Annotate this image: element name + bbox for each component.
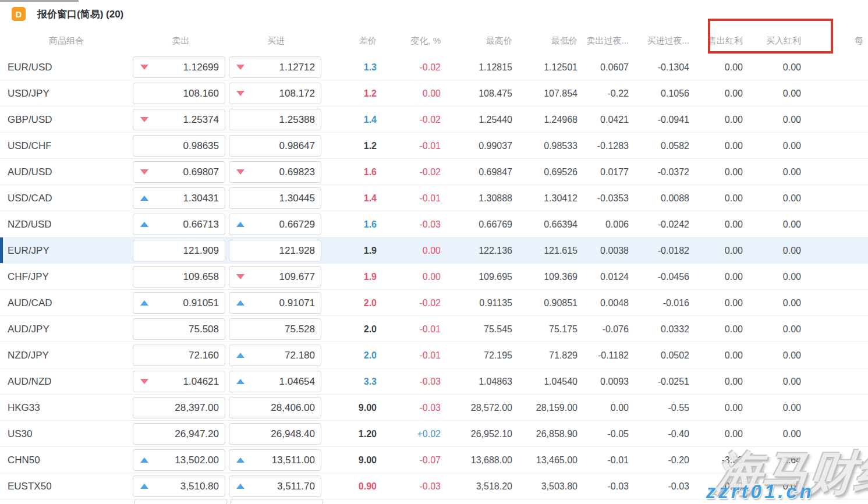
buy-price-button[interactable]: 0.98647 [229,135,321,157]
table-row[interactable]: EUSTX50 3,510.80 3,511.70 0.90 -0.03 3,5… [0,473,868,499]
buy-price-button[interactable]: 121.928 [229,240,321,261]
sell-dividend-cell: 0.00 [694,115,747,125]
table-row[interactable]: AUD/JPY 75.508 75.528 2.0 -0.01 75.545 7… [0,316,868,342]
sell-price-button[interactable]: 72.160 [133,345,225,366]
sell-price-button[interactable]: 121.909 [133,240,225,261]
buy-dividend-cell: 0.00 [747,403,806,413]
table-row[interactable]: AUD/NZD 1.04621 1.04654 3.3 -0.03 1.0486… [0,368,868,395]
buy-price-button[interactable]: 1.04654 [229,371,321,392]
sell-dividend-cell: 0.00 [694,429,747,439]
table-row[interactable]: NZD/USD 0.66713 0.66729 1.6 -0.03 0.6676… [0,211,868,237]
buy-price-button[interactable]: 28,406.00 [229,397,321,418]
column-header-sell-dividend[interactable]: 售出红利 [694,36,747,47]
buy-swap-cell: -0.1304 [636,62,694,73]
column-header-buy[interactable]: 买进 [229,36,323,47]
buy-swap-cell: -0.0372 [636,167,694,178]
sell-price-button[interactable]: 28,397.00 [133,397,225,418]
column-header-high[interactable]: 最高价 [445,36,517,47]
buy-price-button[interactable]: 108.172 [229,83,321,104]
sell-price-button[interactable]: 13,502.00 [133,449,225,471]
spread-cell: 9.00 [323,455,381,466]
sell-price-value: 0.69807 [183,166,219,178]
sell-price-value: 26,947.20 [175,428,219,440]
sell-price-value: 13,502.00 [175,455,219,466]
sell-price-button[interactable]: 0.66713 [133,214,225,235]
spread-cell: 2.0 [323,324,381,335]
partial-row-sell-box [134,499,227,504]
sell-dividend-cell: 0.00 [694,246,747,256]
buy-price-button[interactable]: 72.180 [229,345,321,366]
buy-swap-cell: 0.0088 [636,193,694,204]
high-cell: 75.545 [445,324,517,335]
low-cell: 0.69526 [517,167,582,178]
table-row[interactable]: HKG33 28,397.00 28,406.00 9.00 -0.03 28,… [0,395,868,421]
buy-price-button[interactable]: 1.25388 [229,109,321,130]
sell-price-button[interactable]: 0.91051 [133,292,225,314]
sell-dividend-cell: 0.00 [694,88,747,99]
table-row[interactable]: NZD/JPY 72.160 72.180 2.0 -0.01 72.195 7… [0,342,868,368]
low-cell: 28,159.00 [517,403,582,413]
sell-price-button[interactable]: 1.25374 [133,109,225,130]
sell-price-button[interactable]: 0.69807 [133,161,225,183]
sell-price-button[interactable]: 1.12699 [133,56,225,78]
table-row[interactable]: GBP/USD 1.25374 1.25388 1.4 -0.02 1.2544… [0,107,868,133]
buy-price-button[interactable]: 13,511.00 [229,449,321,471]
table-row[interactable]: USD/JPY 108.160 108.172 1.2 0.00 108.475… [0,80,868,107]
sell-price-button[interactable]: 75.508 [133,318,225,340]
change-cell: -0.02 [381,62,445,73]
sell-dividend-cell: 0.00 [694,193,747,204]
sell-price-button[interactable]: 3,510.80 [133,475,225,497]
sell-price-button[interactable]: 109.658 [133,266,225,288]
column-header-low[interactable]: 最低价 [517,36,582,47]
buy-price-button[interactable]: 0.66729 [229,214,321,235]
column-header-buy-dividend[interactable]: 买入红利 [747,36,806,47]
table-row[interactable]: US30 26,947.20 26,948.40 1.20 +0.02 26,9… [0,421,868,447]
buy-price-button[interactable]: 75.528 [229,318,321,340]
table-row[interactable]: CHF/JPY 109.658 109.677 1.9 0.00 109.695… [0,264,868,290]
sell-swap-cell: -0.1283 [582,141,636,151]
sell-swap-cell: 0.0607 [582,62,636,73]
change-cell: -0.01 [381,193,445,204]
buy-price-arrow-icon [236,300,245,306]
table-row[interactable]: AUD/CAD 0.91051 0.91071 2.0 -0.02 0.9113… [0,290,868,316]
buy-price-value: 109.677 [279,271,315,283]
sell-price-button[interactable]: 0.98635 [133,135,225,157]
sell-swap-cell: 0.0038 [582,246,636,256]
buy-price-button[interactable]: 0.69823 [229,161,321,183]
buy-price-button[interactable]: 26,948.40 [229,423,321,445]
buy-swap-cell: -0.016 [636,298,694,308]
sell-price-button[interactable]: 1.04621 [133,371,225,392]
sell-price-button[interactable]: 26,947.20 [133,423,225,445]
column-header-per[interactable]: 每 [806,36,868,47]
spread-cell: 1.9 [323,246,381,256]
column-header-sell[interactable]: 卖出 [133,36,229,47]
buy-price-value: 72.180 [285,350,315,361]
column-header-symbol[interactable]: 商品组合 [0,36,133,47]
buy-price-button[interactable]: 1.12712 [229,56,321,78]
sell-price-button[interactable]: 1.30431 [133,187,225,209]
table-row[interactable]: CHN50 13,502.00 13,511.00 9.00 -0.07 13,… [0,447,868,473]
sell-price-button[interactable]: 108.160 [133,83,225,104]
buy-price-value: 1.25388 [279,114,315,126]
table-row[interactable]: USD/CAD 1.30431 1.30445 1.4 -0.01 1.3088… [0,185,868,211]
buy-price-button[interactable]: 3,511.70 [229,475,321,497]
buy-price-arrow-icon [236,457,245,463]
column-header-buy-swap[interactable]: 买进过夜... [636,36,694,47]
buy-price-value: 1.12712 [279,62,315,73]
buy-price-button[interactable]: 1.30445 [229,187,321,209]
buy-price-value: 1.30445 [279,193,315,204]
low-cell: 26,858.90 [517,429,582,439]
change-cell: -0.01 [381,350,445,361]
table-row[interactable]: AUD/USD 0.69807 0.69823 1.6 -0.02 0.6984… [0,159,868,185]
table-row[interactable]: EUR/JPY 121.909 121.928 1.9 0.00 122.136… [0,237,868,264]
table-row[interactable]: USD/CHF 0.98635 0.98647 1.2 -0.01 0.9903… [0,133,868,159]
column-header-sell-swap[interactable]: 卖出过夜... [582,36,636,47]
spread-cell: 1.6 [323,167,381,178]
low-cell: 121.615 [517,246,582,256]
table-row[interactable]: EUR/USD 1.12699 1.12712 1.3 -0.02 1.1281… [0,54,868,80]
buy-swap-cell: -0.40 [636,429,694,439]
column-header-spread[interactable]: 差价 [323,36,381,47]
buy-price-button[interactable]: 0.91071 [229,292,321,314]
column-header-change[interactable]: 变化, % [381,36,445,47]
buy-price-button[interactable]: 109.677 [229,266,321,288]
